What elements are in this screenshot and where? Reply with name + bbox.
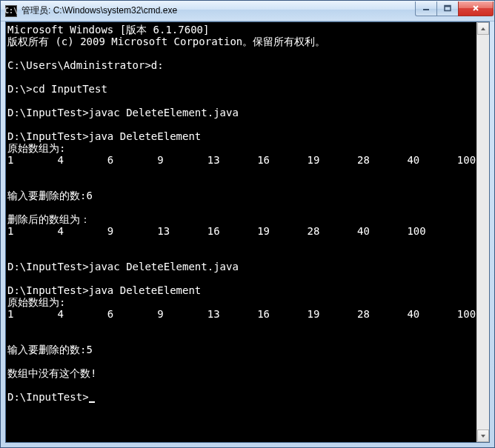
scroll-up-button[interactable] <box>477 22 489 35</box>
terminal-line: 输入要删除的数:5 <box>7 344 93 355</box>
terminal-line: D:\InputTest>java DeleteElement <box>7 284 201 296</box>
titlebar[interactable]: C:\ 管理员: C:\Windows\system32\cmd.exe <box>1 1 494 21</box>
terminal-line: 1 4 9 13 16 19 28 40 100 <box>7 225 426 237</box>
terminal-line: 版权所有 (c) 2009 Microsoft Corporation。保留所有… <box>7 36 325 47</box>
scroll-down-button[interactable] <box>477 429 489 442</box>
close-button[interactable] <box>458 1 494 16</box>
cursor <box>89 392 95 403</box>
terminal-line: C:\Users\Administrator>d: <box>7 59 164 71</box>
terminal-line: 输入要删除的数:6 <box>7 190 93 201</box>
window-controls <box>416 1 494 16</box>
cmd-window: C:\ 管理员: C:\Windows\system32\cmd.exe Mic… <box>0 0 495 448</box>
terminal-line: 删除后的数组为： <box>7 213 90 225</box>
terminal-line: D:\InputTest>javac DeleteElement.java <box>7 107 239 118</box>
terminal-line: Microsoft Windows [版本 6.1.7600] <box>7 24 209 36</box>
scroll-track[interactable] <box>477 35 489 429</box>
terminal-line: 1 4 6 9 13 16 19 28 40 100 <box>7 154 476 166</box>
terminal-line: D:\InputTest>javac DeleteElement.java <box>7 261 239 273</box>
minimize-button[interactable] <box>415 1 437 16</box>
client-area: Microsoft Windows [版本 6.1.7600] 版权所有 (c)… <box>5 21 490 443</box>
maximize-button[interactable] <box>436 1 459 16</box>
terminal-line: 原始数组为: <box>7 296 65 308</box>
terminal-line: D:\InputTest>java DeleteElement <box>7 130 201 142</box>
app-icon: C:\ <box>5 5 17 17</box>
vertical-scrollbar[interactable] <box>476 22 489 442</box>
terminal-line: D:\>cd InputTest <box>7 83 107 95</box>
terminal-line: 数组中没有这个数! <box>7 367 96 379</box>
window-title: 管理员: C:\Windows\system32\cmd.exe <box>21 4 416 17</box>
terminal-line: 1 4 6 9 13 16 19 28 40 100 <box>7 308 476 320</box>
terminal-line: 原始数组为: <box>7 142 65 154</box>
terminal-output[interactable]: Microsoft Windows [版本 6.1.7600] 版权所有 (c)… <box>6 22 489 403</box>
terminal-line: D:\InputTest> <box>7 391 89 403</box>
